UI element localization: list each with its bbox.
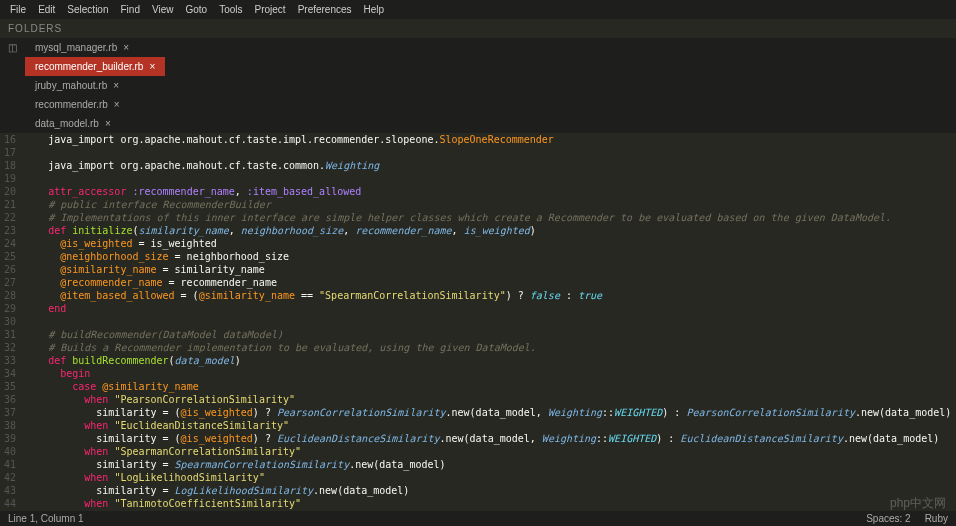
menu-item[interactable]: View	[146, 2, 180, 17]
tab-bar: ◫ mysql_manager.rb×recommender_builder.r…	[0, 38, 956, 133]
menu-item[interactable]: File	[4, 2, 32, 17]
line-gutter: 16 17 18 19 20 21 22 23 24 25 26 27 28 2…	[0, 133, 24, 526]
menu-item[interactable]: Selection	[61, 2, 114, 17]
close-icon[interactable]: ×	[149, 61, 155, 72]
menu-item[interactable]: Project	[249, 2, 292, 17]
menu-item[interactable]: Find	[115, 2, 146, 17]
tab[interactable]: recommender.rb×	[25, 95, 165, 114]
close-icon[interactable]: ×	[105, 118, 111, 129]
close-icon[interactable]: ×	[123, 42, 129, 53]
tab[interactable]: mysql_manager.rb×	[25, 38, 165, 57]
editor-area: ◫ mysql_manager.rb×recommender_builder.r…	[0, 38, 956, 526]
menu-item[interactable]: Tools	[213, 2, 248, 17]
menu-item[interactable]: Edit	[32, 2, 61, 17]
tab[interactable]: recommender_builder.rb×	[25, 57, 165, 76]
code-content[interactable]: java_import org.apache.mahout.cf.taste.i…	[24, 133, 956, 526]
tab-label: recommender_builder.rb	[35, 61, 143, 72]
tab-label: mysql_manager.rb	[35, 42, 117, 53]
tab[interactable]: data_model.rb×	[25, 114, 165, 133]
status-cursor[interactable]: Line 1, Column 1	[8, 513, 84, 524]
folders-header: FOLDERS	[0, 19, 956, 38]
menu-item[interactable]: Help	[358, 2, 391, 17]
close-icon[interactable]: ×	[113, 80, 119, 91]
code-editor[interactable]: 16 17 18 19 20 21 22 23 24 25 26 27 28 2…	[0, 133, 956, 526]
tab-label: data_model.rb	[35, 118, 99, 129]
split-view-icon[interactable]: ◫	[0, 38, 25, 133]
menu-bar: FileEditSelectionFindViewGotoToolsProjec…	[0, 0, 956, 19]
tab-label: recommender.rb	[35, 99, 108, 110]
status-language[interactable]: Ruby	[925, 513, 948, 524]
menu-item[interactable]: Goto	[179, 2, 213, 17]
close-icon[interactable]: ×	[114, 99, 120, 110]
tab[interactable]: jruby_mahout.rb×	[25, 76, 165, 95]
status-bar: Line 1, Column 1 Spaces: 2 Ruby	[0, 511, 956, 526]
watermark: php中文网	[890, 495, 946, 512]
menu-item[interactable]: Preferences	[292, 2, 358, 17]
status-spaces[interactable]: Spaces: 2	[866, 513, 910, 524]
tab-label: jruby_mahout.rb	[35, 80, 107, 91]
